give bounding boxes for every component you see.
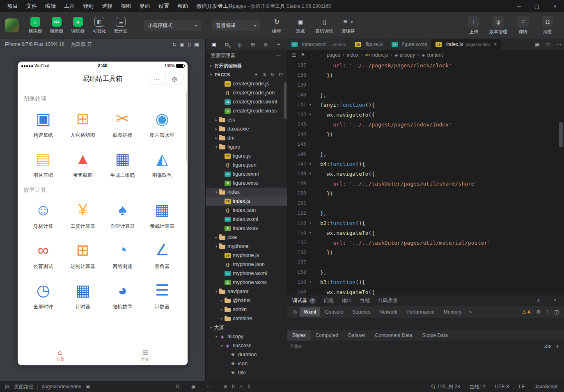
open-editors-section[interactable]: ▸ 打开的编辑器 bbox=[206, 61, 287, 70]
bug-icon[interactable]: ⊛ bbox=[263, 41, 269, 48]
tree-item[interactable]: <>figure.wxml bbox=[206, 170, 287, 179]
menu-item[interactable]: 项目 bbox=[3, 0, 22, 12]
device-selector[interactable]: iPhone 6/7/8 Plus 100% 16 bbox=[5, 41, 64, 47]
menu-item[interactable]: 编辑 bbox=[41, 0, 60, 12]
tree-item[interactable]: ▸admin bbox=[206, 305, 287, 314]
list-icon[interactable]: ☰ bbox=[291, 52, 297, 58]
cls-button[interactable]: .cls bbox=[541, 344, 554, 348]
fold-icon[interactable]: ▾ bbox=[306, 221, 314, 225]
warnings-icon[interactable]: ⚠ bbox=[238, 384, 245, 390]
tree-item[interactable]: Sindex.wxss bbox=[206, 224, 287, 233]
upload-button[interactable]: ↑上传 bbox=[463, 16, 484, 35]
tree-item[interactable]: ▾◈alicopy bbox=[206, 332, 287, 341]
styles-filter-input[interactable] bbox=[291, 343, 541, 349]
app-item[interactable]: ▤图片压缩 bbox=[23, 149, 63, 179]
app-item[interactable]: ▲带壳截图 bbox=[63, 149, 103, 179]
extensions-icon[interactable]: ⊞ bbox=[250, 41, 256, 48]
tree-item[interactable]: {}index.json bbox=[206, 206, 287, 215]
menu-item[interactable]: 选择 bbox=[98, 0, 117, 12]
warning-badge[interactable]: ⚠4 bbox=[522, 309, 530, 315]
menu-item[interactable]: 微信开发者工具 bbox=[192, 0, 238, 12]
editor-button[interactable]: </>编辑器 bbox=[46, 17, 67, 34]
tree-item[interactable]: {}createQrcode.json bbox=[206, 88, 287, 97]
new-folder-icon[interactable]: ⊕ bbox=[261, 71, 268, 78]
app-item[interactable]: ∠量角器 bbox=[142, 240, 182, 270]
menu-item[interactable]: 工具 bbox=[60, 0, 79, 12]
record-icon[interactable]: ◉ bbox=[178, 41, 186, 48]
menu-item[interactable]: 帮助 bbox=[173, 0, 192, 12]
refresh-icon[interactable]: ↻ bbox=[269, 71, 276, 78]
fold-icon[interactable]: ▾ bbox=[306, 172, 314, 176]
app-item[interactable]: ☰计数器 bbox=[142, 280, 182, 310]
tree-item[interactable]: JSfigure.js bbox=[206, 151, 287, 160]
tree-item[interactable]: ⚒duration bbox=[206, 350, 287, 359]
panel-tab[interactable]: 终端 bbox=[360, 297, 370, 304]
minimize-button[interactable]: ─ bbox=[510, 0, 528, 12]
preview-button[interactable]: ◉预览 bbox=[290, 17, 311, 34]
eol-setting[interactable]: LF bbox=[519, 384, 525, 390]
errors-icon[interactable]: ⊗ bbox=[222, 384, 229, 390]
tree-item[interactable]: {}figure.json bbox=[206, 160, 287, 170]
tree-item[interactable]: ▾index bbox=[206, 188, 287, 197]
palette-icon[interactable]: ◓ bbox=[276, 41, 282, 48]
new-file-icon[interactable]: + bbox=[252, 71, 260, 78]
tree-item[interactable]: <>createQrcode.wxml bbox=[206, 97, 287, 106]
devtools-tab[interactable]: Performance bbox=[402, 307, 439, 316]
styles-content-area[interactable] bbox=[287, 351, 564, 383]
app-item[interactable]: ▦生成二维码 bbox=[103, 149, 142, 179]
collapse-panel-icon[interactable]: ∧ bbox=[534, 296, 543, 305]
menu-item[interactable]: 设置 bbox=[154, 0, 173, 12]
compile-select[interactable]: 普通编译 ▾ bbox=[212, 20, 260, 31]
breadcrumb-item[interactable]: ◈content bbox=[422, 52, 443, 58]
arrow-right-icon[interactable]: → bbox=[318, 52, 324, 58]
tab-list-icon[interactable]: ▣ bbox=[532, 39, 543, 50]
fold-icon[interactable]: ▾ bbox=[306, 162, 314, 166]
dock-side-icon[interactable]: ◫ bbox=[553, 308, 561, 316]
maximize-button[interactable]: ▢ bbox=[528, 0, 546, 12]
explorer-more-icon[interactable]: ⋯ bbox=[275, 52, 282, 59]
remote-debug-button[interactable]: ▯真机调试 bbox=[314, 17, 335, 34]
app-item[interactable]: ◭图像取色 bbox=[142, 149, 182, 179]
add-style-button[interactable]: + bbox=[554, 343, 561, 349]
explorer-scrollbar[interactable] bbox=[284, 82, 287, 119]
tab-home[interactable]: ⌂首页 bbox=[18, 345, 103, 365]
app-item[interactable]: ¥工资计算器 bbox=[63, 199, 103, 230]
eye-icon[interactable]: ◉ bbox=[190, 384, 197, 390]
app-item[interactable]: ◷全屏时钟 bbox=[23, 280, 63, 310]
panel-tab[interactable]: 问题 bbox=[324, 297, 334, 304]
branch-icon[interactable]: ψ bbox=[237, 41, 243, 48]
rotate-icon[interactable]: ↻ bbox=[171, 41, 178, 48]
fold-icon[interactable]: ▾ bbox=[306, 103, 314, 107]
tree-item[interactable]: ▸@babel bbox=[206, 296, 287, 305]
tree-item[interactable]: ⚒title bbox=[206, 368, 287, 377]
tree-item[interactable]: JScreateQrcode.js bbox=[206, 79, 287, 88]
tree-item[interactable]: ▾myphone bbox=[206, 242, 287, 251]
phone-icon[interactable]: ▯ bbox=[186, 41, 193, 48]
app-item[interactable]: ♠血型计算器 bbox=[103, 199, 142, 230]
menu-item[interactable]: 视图 bbox=[117, 0, 135, 12]
frame-icon[interactable]: ▣ bbox=[193, 41, 200, 48]
copy-path-icon[interactable]: ▣ bbox=[85, 384, 91, 390]
tree-item[interactable]: JSindex.js bbox=[206, 197, 287, 206]
simulator-button[interactable]: ▯模拟器 bbox=[25, 17, 46, 34]
details-button[interactable]: ≡详情 bbox=[512, 16, 534, 35]
editor-tab[interactable]: <>index.wxml...\album bbox=[287, 39, 351, 50]
tree-item[interactable]: ▸joke bbox=[206, 233, 287, 242]
pages-section-header[interactable]: ▾ PAGES + ⊕ ↻ ⊟ bbox=[206, 70, 287, 79]
app-item[interactable]: ⊞九宫格切图 bbox=[63, 108, 103, 139]
app-item[interactable]: ✂截图拼接 bbox=[103, 108, 142, 139]
cloud-button[interactable]: ☁云开发 bbox=[110, 17, 131, 34]
app-item[interactable]: ◕随机数字 bbox=[103, 280, 142, 310]
debugger-button[interactable]: ⊛调试器 bbox=[67, 17, 89, 34]
breadcrumb-item[interactable]: index bbox=[347, 52, 359, 58]
language-mode[interactable]: JavaScript bbox=[534, 384, 557, 390]
panel-tab[interactable]: 调试器4 bbox=[292, 297, 316, 304]
app-item[interactable]: ◉图片加水印 bbox=[142, 108, 182, 139]
tree-item[interactable]: Smyphone.wxss bbox=[206, 278, 287, 287]
tab-more[interactable]: ⊞更多 bbox=[103, 345, 188, 365]
style-tab[interactable]: Computed bbox=[311, 330, 343, 341]
hot-reload-toggle[interactable]: 热重载 开 bbox=[71, 41, 92, 48]
indent-setting[interactable]: 空格: 2 bbox=[470, 383, 485, 390]
devtools-more-icon[interactable]: ⋮ bbox=[543, 308, 552, 316]
tree-item[interactable]: <>index.wxml bbox=[206, 215, 287, 224]
